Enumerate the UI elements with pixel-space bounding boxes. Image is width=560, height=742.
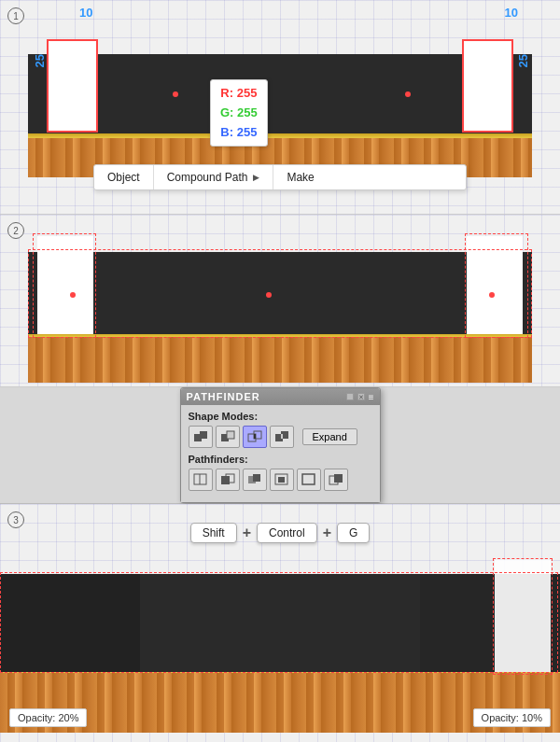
dim-top-left: 10 — [79, 6, 92, 20]
canvas-area-2 — [28, 229, 532, 383]
pathfinder-outline-btn[interactable] — [297, 469, 321, 491]
canvas-area-3: Opacity: 20% Opacity: 10% — [0, 555, 560, 733]
red-dot-1a — [173, 91, 178, 97]
dim-side-right: 25 — [516, 54, 530, 67]
svg-rect-3 — [227, 431, 234, 439]
post-right-1 — [462, 39, 513, 133]
selection-rect-road-3 — [0, 572, 558, 673]
pathfinder-divide-btn[interactable] — [189, 469, 213, 491]
shape-exclude-btn[interactable] — [270, 426, 294, 448]
shape-unite-btn[interactable] — [189, 426, 213, 448]
pathfinder-crop-btn[interactable] — [270, 469, 294, 491]
wood-texture-2 — [28, 331, 532, 383]
dim-top-right: 10 — [505, 6, 518, 20]
post-left-1 — [47, 39, 98, 133]
rgb-r: R: 255 — [220, 84, 258, 104]
plus-icon-1: + — [243, 525, 251, 541]
plus-icon-2: + — [323, 525, 331, 541]
road-band-1 — [28, 54, 532, 133]
svg-rect-6 — [254, 434, 256, 439]
opacity-label-right: Opacity: 10% — [473, 708, 551, 727]
shape-modes-label: Shape Modes: — [189, 411, 372, 422]
pathfinder-panel: PATHFINDER ✕ ≡ Shape Modes: — [180, 387, 381, 503]
section-1: 1 10 10 25 25 R: 255 G: 255 — [0, 0, 560, 215]
kbd-g: G — [337, 523, 370, 543]
panel-title: PATHFINDER — [187, 391, 260, 402]
pathfinder-trim-btn[interactable] — [216, 469, 240, 491]
svg-rect-17 — [278, 477, 285, 483]
menu-make[interactable]: Make — [273, 165, 327, 189]
pathfinder-merge-btn[interactable] — [243, 469, 267, 491]
shape-intersect-btn[interactable] — [243, 426, 267, 448]
panel-controls: ✕ ≡ — [346, 392, 374, 402]
pathfinder-minus-back-btn[interactable] — [324, 469, 348, 491]
keyboard-shortcut-row: Shift + Control + G — [0, 523, 560, 543]
panel-minimize-icon[interactable] — [346, 393, 354, 400]
section-3: 3 Shift + Control + G Opacity: 20% Opaci… — [0, 504, 560, 742]
panel-body: Shape Modes: — [181, 405, 380, 502]
kbd-shift: Shift — [190, 523, 237, 543]
rgb-b: B: 255 — [220, 123, 258, 143]
svg-rect-1 — [200, 431, 207, 439]
kbd-control: Control — [257, 523, 317, 543]
menu-compound-path[interactable]: Compound Path ▶ — [154, 165, 274, 189]
pathfinder-section: PATHFINDER ✕ ≡ Shape Modes: — [0, 387, 560, 504]
pathfinders-label: Pathfinders: — [189, 454, 372, 465]
red-dot-2c — [489, 292, 495, 298]
opacity-label-left: Opacity: 20% — [9, 708, 87, 727]
rgb-g: G: 255 — [220, 104, 258, 123]
step-number-1: 1 — [7, 7, 24, 24]
panel-close-icon[interactable]: ✕ — [357, 393, 365, 400]
panel-menu-icon[interactable]: ≡ — [369, 392, 374, 402]
svg-rect-9 — [281, 434, 283, 439]
pathfinders-buttons — [189, 469, 372, 491]
selection-rect-road — [28, 249, 532, 338]
svg-rect-20 — [334, 474, 343, 483]
section-2: 2 — [0, 215, 560, 387]
dim-side-left: 25 — [33, 54, 47, 67]
panel-titlebar: PATHFINDER ✕ ≡ — [181, 388, 380, 405]
shape-minus-front-btn[interactable] — [216, 426, 240, 448]
svg-rect-15 — [253, 474, 260, 482]
chevron-right-icon: ▶ — [253, 173, 259, 182]
expand-button[interactable]: Expand — [302, 428, 357, 445]
svg-rect-18 — [302, 474, 315, 484]
rgb-tooltip: R: 255 G: 255 B: 255 — [210, 79, 268, 147]
menu-object[interactable]: Object — [94, 165, 154, 189]
red-dot-2a — [70, 292, 76, 298]
menu-bar[interactable]: Object Compound Path ▶ Make — [93, 164, 467, 190]
shape-modes-buttons: Expand — [189, 426, 372, 448]
red-dot-2b — [266, 292, 272, 298]
step-number-2: 2 — [7, 222, 24, 239]
canvas-area-1: 25 25 R: 255 G: 255 B: 255 — [28, 28, 532, 177]
red-dot-1b — [405, 91, 411, 97]
